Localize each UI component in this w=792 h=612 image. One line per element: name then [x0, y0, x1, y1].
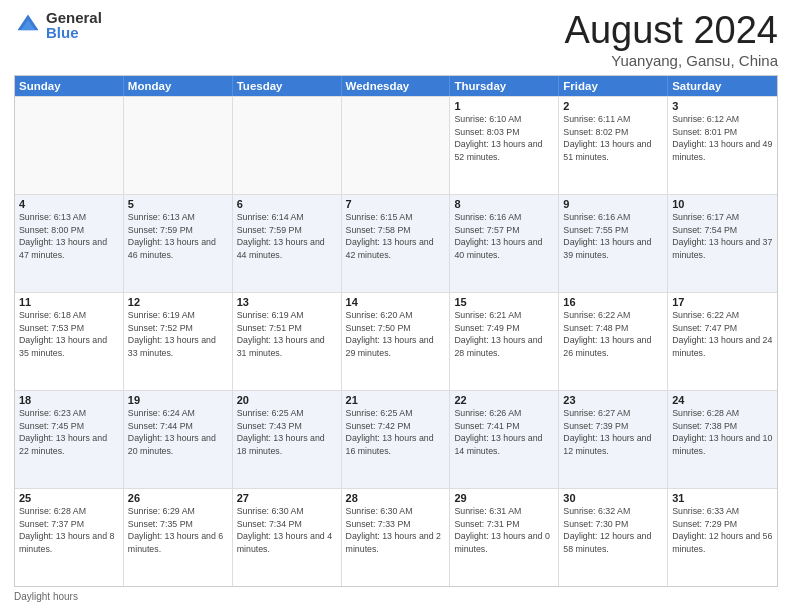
calendar-cell-9: 9Sunrise: 6:16 AMSunset: 7:55 PMDaylight…: [559, 195, 668, 292]
day-number: 26: [128, 492, 228, 504]
calendar-cell-10: 10Sunrise: 6:17 AMSunset: 7:54 PMDayligh…: [668, 195, 777, 292]
footer-note: Daylight hours: [14, 591, 778, 602]
calendar-cell-3: 3Sunrise: 6:12 AMSunset: 8:01 PMDaylight…: [668, 97, 777, 194]
calendar-cell-7: 7Sunrise: 6:15 AMSunset: 7:58 PMDaylight…: [342, 195, 451, 292]
calendar-cell-empty-0-3: [342, 97, 451, 194]
day-info: Sunrise: 6:17 AMSunset: 7:54 PMDaylight:…: [672, 211, 773, 262]
calendar-row-1: 1Sunrise: 6:10 AMSunset: 8:03 PMDaylight…: [15, 96, 777, 194]
calendar-cell-empty-0-2: [233, 97, 342, 194]
day-info: Sunrise: 6:23 AMSunset: 7:45 PMDaylight:…: [19, 407, 119, 458]
calendar-cell-27: 27Sunrise: 6:30 AMSunset: 7:34 PMDayligh…: [233, 489, 342, 586]
day-info: Sunrise: 6:12 AMSunset: 8:01 PMDaylight:…: [672, 113, 773, 164]
day-info: Sunrise: 6:10 AMSunset: 8:03 PMDaylight:…: [454, 113, 554, 164]
header-day-wednesday: Wednesday: [342, 76, 451, 96]
day-number: 6: [237, 198, 337, 210]
day-number: 2: [563, 100, 663, 112]
day-number: 23: [563, 394, 663, 406]
logo-blue: Blue: [46, 25, 102, 40]
day-info: Sunrise: 6:28 AMSunset: 7:38 PMDaylight:…: [672, 407, 773, 458]
calendar-cell-24: 24Sunrise: 6:28 AMSunset: 7:38 PMDayligh…: [668, 391, 777, 488]
day-number: 20: [237, 394, 337, 406]
calendar-cell-12: 12Sunrise: 6:19 AMSunset: 7:52 PMDayligh…: [124, 293, 233, 390]
day-number: 29: [454, 492, 554, 504]
calendar-row-2: 4Sunrise: 6:13 AMSunset: 8:00 PMDaylight…: [15, 194, 777, 292]
day-number: 27: [237, 492, 337, 504]
calendar-cell-30: 30Sunrise: 6:32 AMSunset: 7:30 PMDayligh…: [559, 489, 668, 586]
calendar-cell-5: 5Sunrise: 6:13 AMSunset: 7:59 PMDaylight…: [124, 195, 233, 292]
day-info: Sunrise: 6:21 AMSunset: 7:49 PMDaylight:…: [454, 309, 554, 360]
day-info: Sunrise: 6:25 AMSunset: 7:43 PMDaylight:…: [237, 407, 337, 458]
calendar-cell-28: 28Sunrise: 6:30 AMSunset: 7:33 PMDayligh…: [342, 489, 451, 586]
day-number: 31: [672, 492, 773, 504]
day-info: Sunrise: 6:22 AMSunset: 7:47 PMDaylight:…: [672, 309, 773, 360]
location: Yuanyang, Gansu, China: [565, 52, 778, 69]
day-info: Sunrise: 6:32 AMSunset: 7:30 PMDaylight:…: [563, 505, 663, 556]
header: General Blue August 2024 Yuanyang, Gansu…: [14, 10, 778, 69]
calendar-cell-31: 31Sunrise: 6:33 AMSunset: 7:29 PMDayligh…: [668, 489, 777, 586]
calendar-cell-13: 13Sunrise: 6:19 AMSunset: 7:51 PMDayligh…: [233, 293, 342, 390]
day-info: Sunrise: 6:19 AMSunset: 7:51 PMDaylight:…: [237, 309, 337, 360]
calendar-cell-empty-0-1: [124, 97, 233, 194]
day-number: 18: [19, 394, 119, 406]
calendar-cell-2: 2Sunrise: 6:11 AMSunset: 8:02 PMDaylight…: [559, 97, 668, 194]
calendar-cell-1: 1Sunrise: 6:10 AMSunset: 8:03 PMDaylight…: [450, 97, 559, 194]
calendar-cell-8: 8Sunrise: 6:16 AMSunset: 7:57 PMDaylight…: [450, 195, 559, 292]
calendar: SundayMondayTuesdayWednesdayThursdayFrid…: [14, 75, 778, 587]
day-info: Sunrise: 6:33 AMSunset: 7:29 PMDaylight:…: [672, 505, 773, 556]
day-number: 5: [128, 198, 228, 210]
day-number: 24: [672, 394, 773, 406]
day-number: 3: [672, 100, 773, 112]
calendar-row-4: 18Sunrise: 6:23 AMSunset: 7:45 PMDayligh…: [15, 390, 777, 488]
day-info: Sunrise: 6:26 AMSunset: 7:41 PMDaylight:…: [454, 407, 554, 458]
calendar-body: 1Sunrise: 6:10 AMSunset: 8:03 PMDaylight…: [15, 96, 777, 586]
day-info: Sunrise: 6:11 AMSunset: 8:02 PMDaylight:…: [563, 113, 663, 164]
day-info: Sunrise: 6:28 AMSunset: 7:37 PMDaylight:…: [19, 505, 119, 556]
calendar-cell-29: 29Sunrise: 6:31 AMSunset: 7:31 PMDayligh…: [450, 489, 559, 586]
calendar-cell-11: 11Sunrise: 6:18 AMSunset: 7:53 PMDayligh…: [15, 293, 124, 390]
day-info: Sunrise: 6:22 AMSunset: 7:48 PMDaylight:…: [563, 309, 663, 360]
calendar-cell-25: 25Sunrise: 6:28 AMSunset: 7:37 PMDayligh…: [15, 489, 124, 586]
day-number: 14: [346, 296, 446, 308]
day-number: 13: [237, 296, 337, 308]
day-number: 28: [346, 492, 446, 504]
day-info: Sunrise: 6:14 AMSunset: 7:59 PMDaylight:…: [237, 211, 337, 262]
day-number: 1: [454, 100, 554, 112]
calendar-cell-21: 21Sunrise: 6:25 AMSunset: 7:42 PMDayligh…: [342, 391, 451, 488]
day-number: 9: [563, 198, 663, 210]
title-block: August 2024 Yuanyang, Gansu, China: [565, 10, 778, 69]
header-day-saturday: Saturday: [668, 76, 777, 96]
day-info: Sunrise: 6:25 AMSunset: 7:42 PMDaylight:…: [346, 407, 446, 458]
header-day-thursday: Thursday: [450, 76, 559, 96]
day-info: Sunrise: 6:19 AMSunset: 7:52 PMDaylight:…: [128, 309, 228, 360]
calendar-cell-14: 14Sunrise: 6:20 AMSunset: 7:50 PMDayligh…: [342, 293, 451, 390]
day-number: 10: [672, 198, 773, 210]
logo-general: General: [46, 10, 102, 25]
day-info: Sunrise: 6:31 AMSunset: 7:31 PMDaylight:…: [454, 505, 554, 556]
calendar-cell-23: 23Sunrise: 6:27 AMSunset: 7:39 PMDayligh…: [559, 391, 668, 488]
day-info: Sunrise: 6:30 AMSunset: 7:33 PMDaylight:…: [346, 505, 446, 556]
day-number: 4: [19, 198, 119, 210]
header-day-sunday: Sunday: [15, 76, 124, 96]
calendar-cell-6: 6Sunrise: 6:14 AMSunset: 7:59 PMDaylight…: [233, 195, 342, 292]
calendar-cell-16: 16Sunrise: 6:22 AMSunset: 7:48 PMDayligh…: [559, 293, 668, 390]
calendar-row-5: 25Sunrise: 6:28 AMSunset: 7:37 PMDayligh…: [15, 488, 777, 586]
day-info: Sunrise: 6:29 AMSunset: 7:35 PMDaylight:…: [128, 505, 228, 556]
header-day-friday: Friday: [559, 76, 668, 96]
day-info: Sunrise: 6:16 AMSunset: 7:55 PMDaylight:…: [563, 211, 663, 262]
day-number: 21: [346, 394, 446, 406]
day-number: 12: [128, 296, 228, 308]
logo-icon: [14, 11, 42, 39]
page: General Blue August 2024 Yuanyang, Gansu…: [0, 0, 792, 612]
calendar-cell-18: 18Sunrise: 6:23 AMSunset: 7:45 PMDayligh…: [15, 391, 124, 488]
day-info: Sunrise: 6:13 AMSunset: 7:59 PMDaylight:…: [128, 211, 228, 262]
day-info: Sunrise: 6:20 AMSunset: 7:50 PMDaylight:…: [346, 309, 446, 360]
logo: General Blue: [14, 10, 102, 40]
day-number: 15: [454, 296, 554, 308]
day-info: Sunrise: 6:30 AMSunset: 7:34 PMDaylight:…: [237, 505, 337, 556]
logo-text: General Blue: [46, 10, 102, 40]
day-info: Sunrise: 6:13 AMSunset: 8:00 PMDaylight:…: [19, 211, 119, 262]
calendar-header: SundayMondayTuesdayWednesdayThursdayFrid…: [15, 76, 777, 96]
calendar-cell-19: 19Sunrise: 6:24 AMSunset: 7:44 PMDayligh…: [124, 391, 233, 488]
day-number: 16: [563, 296, 663, 308]
calendar-cell-empty-0-0: [15, 97, 124, 194]
